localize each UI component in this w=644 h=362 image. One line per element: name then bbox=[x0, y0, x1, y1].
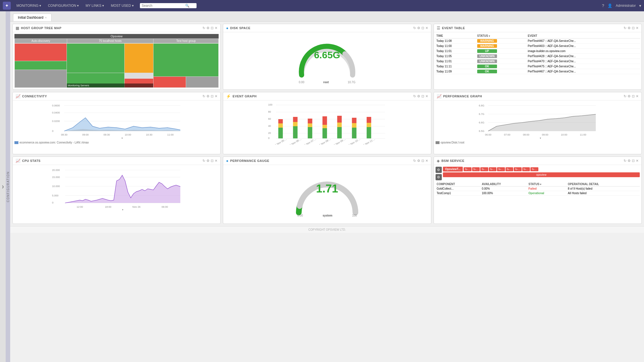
config-side-label: CONFIGURATION bbox=[7, 171, 10, 202]
svg-text:6.5G: 6.5G bbox=[479, 130, 484, 132]
perf-legend-color bbox=[436, 141, 440, 144]
bsm-chip[interactable]: fs-... bbox=[480, 167, 488, 171]
svg-text:26 Nov 06:...: 26 Nov 06:... bbox=[288, 138, 302, 145]
widget-bsm-service: ◈ BSM SERVICE ↻ ⚙ ⊡ ✕ ⚙ ⚙ bbox=[434, 157, 642, 224]
disk-link[interactable]: ⊡ bbox=[421, 26, 424, 30]
bsm-main-node[interactable]: OpsviewT... bbox=[443, 167, 463, 172]
bsm-chip[interactable]: fs-... bbox=[506, 167, 513, 171]
tab-close-button[interactable]: × bbox=[45, 16, 47, 19]
cpu-gear[interactable]: ⚙ bbox=[206, 159, 210, 163]
disk-max: 10.7G bbox=[348, 81, 355, 84]
bsm-title: BSM SERVICE bbox=[442, 159, 622, 162]
conn-gear[interactable]: ⚙ bbox=[206, 94, 210, 98]
svg-text:26 Nov 10:...: 26 Nov 10:... bbox=[347, 138, 361, 145]
perf-gauge-min: 0.00 bbox=[297, 214, 303, 217]
username[interactable]: Administrator bbox=[616, 4, 636, 8]
egraph-refresh[interactable]: ↻ bbox=[413, 94, 416, 98]
events-gear[interactable]: ⚙ bbox=[628, 26, 631, 30]
nav-configuration[interactable]: CONFIGURATION ▾ bbox=[45, 3, 82, 9]
egraph-close[interactable]: ✕ bbox=[425, 94, 428, 98]
user-caret[interactable]: ▾ bbox=[639, 3, 641, 8]
treemap-refresh[interactable]: ↻ bbox=[202, 26, 205, 30]
initial-dashboard-tab[interactable]: Initial Dashboard × bbox=[13, 14, 52, 21]
svg-text:10:00: 10:00 bbox=[125, 133, 131, 136]
pgauge-link[interactable]: ⊡ bbox=[421, 159, 424, 163]
treemap-link[interactable]: ⊡ bbox=[211, 26, 214, 30]
egraph-link[interactable]: ⊡ bbox=[421, 94, 424, 98]
cpu-controls: ↻ ⚙ ⊡ ✕ bbox=[202, 159, 217, 163]
event-table-data: TIME STATUS ▾ EVENT Today 11:08 WARNING … bbox=[435, 33, 640, 74]
pgauge-close[interactable]: ✕ bbox=[425, 159, 428, 163]
svg-text:11:00: 11:00 bbox=[580, 133, 586, 136]
bsm-body: ⚙ ⚙ OpsviewT... fs-...fs-...fs-...fs-...… bbox=[434, 165, 641, 224]
svg-text:11:00: 11:00 bbox=[167, 133, 174, 136]
disk-value: 6.65G bbox=[314, 50, 340, 61]
help-icon[interactable]: ? bbox=[602, 3, 604, 8]
bsm-close[interactable]: ✕ bbox=[636, 159, 639, 163]
svg-rect-45 bbox=[352, 123, 357, 128]
nav-monitoring[interactable]: MONITORING ▾ bbox=[14, 3, 44, 9]
event-table-icon: ☰ bbox=[437, 26, 440, 30]
event-table-title: EVENT TABLE bbox=[442, 26, 622, 30]
bsm-chip[interactable]: fs-... bbox=[514, 167, 522, 171]
bsm-link[interactable]: ⊡ bbox=[632, 159, 635, 163]
svg-text:06:00: 06:00 bbox=[161, 205, 168, 208]
top-nav: ✦ MONITORING ▾ CONFIGURATION ▾ MY LINKS … bbox=[0, 0, 644, 11]
side-collapse-button[interactable]: ❯ bbox=[0, 11, 6, 362]
pgraph-refresh[interactable]: ↻ bbox=[624, 94, 626, 98]
bsm-col-detail: OPERATIONAL DETAIL bbox=[567, 182, 640, 187]
treemap-visual: Opsview Auto-discovery 75 localhost host… bbox=[14, 34, 219, 88]
svg-text:20.000: 20.000 bbox=[52, 169, 60, 172]
bsm-controls: ↻ ⚙ ⊡ ✕ bbox=[624, 159, 639, 163]
cpu-link[interactable]: ⊡ bbox=[211, 159, 214, 163]
svg-rect-31 bbox=[278, 119, 283, 123]
table-row: Today 11:09 OK PerfTest4467 :: AEF-QA-Se… bbox=[435, 69, 640, 74]
events-link[interactable]: ⊡ bbox=[632, 26, 635, 30]
egraph-gear[interactable]: ⚙ bbox=[417, 94, 420, 98]
nav-mylinks[interactable]: MY LINKS ▾ bbox=[83, 3, 107, 9]
treemap-close[interactable]: ✕ bbox=[215, 26, 217, 30]
bsm-chip[interactable]: fs-... bbox=[464, 167, 472, 171]
svg-text:0.0600: 0.0600 bbox=[52, 104, 60, 107]
pgraph-gear[interactable]: ⚙ bbox=[628, 94, 631, 98]
bsm-chip[interactable]: fs-... bbox=[472, 167, 480, 171]
bsm-chip[interactable]: fs-... bbox=[497, 167, 505, 171]
perf-graph-chart: 6.8G 6.7G 6.6G 6.5G 06:00 07:00 bbox=[436, 102, 640, 139]
events-close[interactable]: ✕ bbox=[636, 26, 639, 30]
bsm-gear[interactable]: ⚙ bbox=[628, 159, 631, 163]
connectivity-title: CONNECTIVITY bbox=[22, 95, 201, 98]
treemap-gear[interactable]: ⚙ bbox=[206, 26, 210, 30]
conn-close[interactable]: ✕ bbox=[215, 94, 217, 98]
cpu-close[interactable]: ✕ bbox=[215, 159, 217, 163]
svg-marker-8 bbox=[64, 118, 180, 131]
bsm-chip[interactable]: fs-... bbox=[530, 167, 538, 171]
bsm-icon: ◈ bbox=[437, 158, 440, 163]
disk-min: 0.00 bbox=[299, 81, 304, 84]
conn-refresh[interactable]: ↻ bbox=[202, 94, 205, 98]
bsm-chip[interactable]: fs-... bbox=[489, 167, 497, 171]
bsm-opsview-bar[interactable]: opsview bbox=[443, 172, 640, 177]
conn-link[interactable]: ⊡ bbox=[211, 94, 214, 98]
disk-gear[interactable]: ⚙ bbox=[417, 26, 420, 30]
events-refresh[interactable]: ↻ bbox=[624, 26, 626, 30]
pgauge-refresh[interactable]: ↻ bbox=[413, 159, 416, 163]
pgraph-link[interactable]: ⊡ bbox=[632, 94, 635, 98]
cpu-refresh[interactable]: ↻ bbox=[202, 159, 205, 163]
pgauge-gear[interactable]: ⚙ bbox=[417, 159, 420, 163]
nav-mostused[interactable]: MOST USED ▾ bbox=[108, 3, 136, 9]
bsm-refresh[interactable]: ↻ bbox=[624, 159, 626, 163]
tab-label: Initial Dashboard bbox=[18, 16, 43, 20]
svg-text:▾: ▾ bbox=[122, 208, 123, 211]
bsm-gear-icon-2: ⚙ bbox=[436, 174, 442, 180]
user-icon[interactable]: 👤 bbox=[607, 3, 612, 8]
pgraph-close[interactable]: ✕ bbox=[636, 94, 639, 98]
disk-refresh[interactable]: ↻ bbox=[413, 26, 416, 30]
search-input[interactable] bbox=[142, 4, 184, 8]
svg-rect-42 bbox=[337, 123, 342, 127]
disk-close[interactable]: ✕ bbox=[425, 26, 428, 30]
treemap-icon: ▦ bbox=[16, 26, 19, 30]
svg-text:6.8G: 6.8G bbox=[479, 104, 484, 107]
svg-text:06:00: 06:00 bbox=[485, 133, 491, 136]
svg-rect-38 bbox=[323, 128, 327, 138]
bsm-chip[interactable]: fs-... bbox=[522, 167, 530, 171]
